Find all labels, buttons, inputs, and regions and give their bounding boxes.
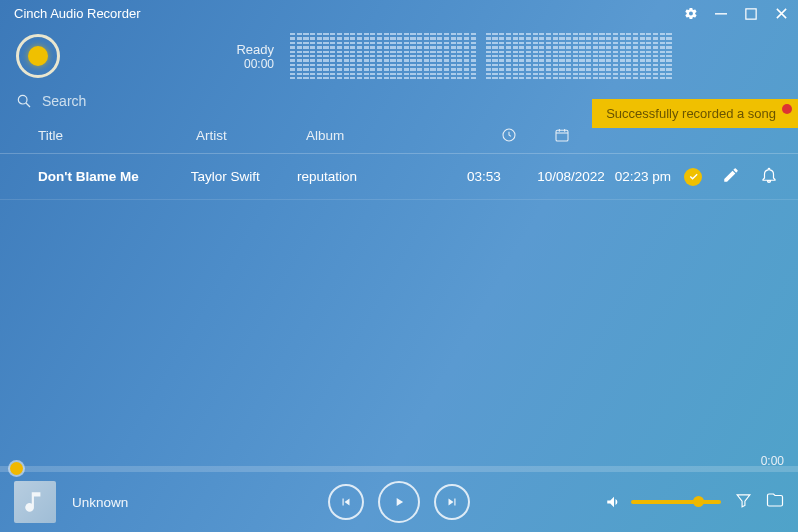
now-playing-title: Unknown (72, 495, 128, 510)
track-title: Don't Blame Me (38, 169, 191, 184)
skip-next-icon (445, 495, 459, 509)
volume-slider[interactable] (631, 500, 721, 504)
folder-icon (766, 491, 784, 509)
record-button[interactable] (16, 34, 60, 78)
check-icon (688, 171, 699, 182)
open-folder-button[interactable] (766, 491, 784, 513)
app-window: Cinch Audio Recorder Ready 00:00 (0, 0, 798, 532)
close-button[interactable] (774, 7, 788, 21)
svg-rect-1 (746, 8, 756, 18)
track-time: 02:23 pm (615, 169, 671, 184)
filter-button[interactable] (735, 492, 752, 513)
recorder-panel: Ready 00:00 (0, 25, 798, 87)
volume-knob[interactable] (693, 496, 704, 507)
clock-icon (501, 127, 517, 143)
play-button[interactable] (378, 481, 420, 523)
notification-toast[interactable]: Successfully recorded a song (592, 99, 798, 128)
svg-line-3 (26, 103, 30, 107)
status-time: 00:00 (222, 57, 274, 71)
track-artist: Taylor Swift (191, 169, 297, 184)
column-artist[interactable]: Artist (196, 128, 306, 143)
edit-icon (722, 166, 740, 184)
previous-button[interactable] (328, 484, 364, 520)
window-controls (684, 7, 788, 21)
column-album[interactable]: Album (306, 128, 482, 143)
maximize-button[interactable] (744, 7, 758, 21)
player-bar: Unknown (0, 472, 798, 532)
svg-rect-5 (556, 131, 568, 142)
svg-point-2 (18, 96, 27, 105)
minimize-button[interactable] (714, 7, 728, 21)
track-actions (684, 166, 782, 187)
skip-previous-icon (339, 495, 353, 509)
music-note-icon (22, 489, 48, 515)
player-right-controls (605, 491, 784, 513)
search-placeholder: Search (42, 93, 86, 109)
track-album: reputation (297, 169, 467, 184)
table-row[interactable]: Don't Blame Me Taylor Swift reputation 0… (0, 154, 798, 200)
track-date: 10/08/2022 (537, 169, 605, 184)
status-label: Ready (222, 42, 274, 57)
verified-badge[interactable] (684, 168, 702, 186)
album-art (14, 481, 56, 523)
volume-control[interactable] (605, 493, 721, 511)
record-indicator (28, 46, 48, 66)
settings-icon[interactable] (684, 7, 698, 21)
column-title[interactable]: Title (38, 128, 196, 143)
volume-icon (605, 493, 623, 511)
toast-message: Successfully recorded a song (606, 106, 776, 121)
waveform-visualizer (290, 33, 672, 79)
track-datetime: 10/08/2022 02:23 pm (519, 169, 684, 184)
search-icon (16, 93, 32, 109)
play-icon (392, 495, 406, 509)
edit-button[interactable] (722, 166, 740, 187)
funnel-icon (735, 492, 752, 509)
app-title: Cinch Audio Recorder (14, 6, 140, 21)
column-duration[interactable] (482, 127, 536, 143)
calendar-icon (554, 127, 570, 143)
track-list-area (0, 200, 798, 466)
bell-icon (760, 166, 778, 184)
recorder-status: Ready 00:00 (222, 42, 274, 71)
next-button[interactable] (434, 484, 470, 520)
alert-button[interactable] (760, 166, 778, 187)
notification-dot-icon (782, 104, 792, 114)
column-date[interactable] (536, 127, 670, 143)
track-duration: 03:53 (467, 169, 519, 184)
svg-rect-0 (715, 13, 727, 14)
playback-controls (328, 481, 470, 523)
titlebar: Cinch Audio Recorder (0, 0, 798, 25)
